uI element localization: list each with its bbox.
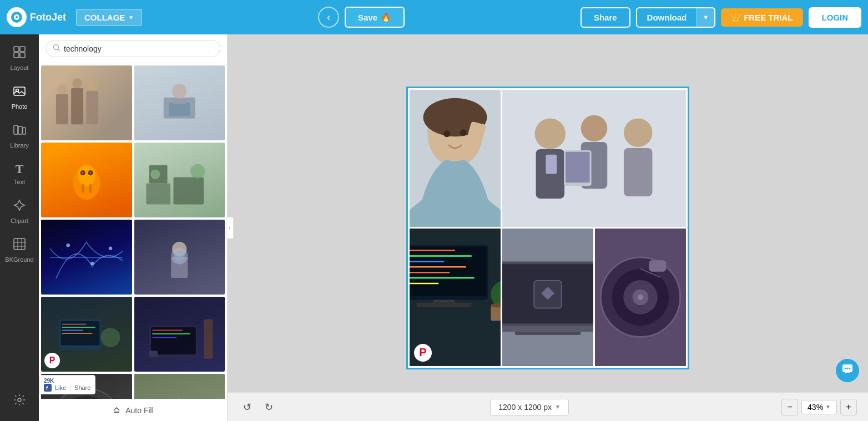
sidebar-item-layout[interactable]: Layout bbox=[0, 40, 39, 77]
svg-point-130 bbox=[845, 367, 846, 369]
photo-thumb-8[interactable] bbox=[134, 297, 225, 372]
photo-thumb-7[interactable]: P bbox=[41, 297, 132, 372]
save-button[interactable]: Save 🔥 bbox=[345, 7, 405, 28]
svg-rect-80 bbox=[44, 384, 52, 392]
header-center: ‹ Save 🔥 bbox=[148, 7, 575, 28]
svg-point-2 bbox=[16, 16, 18, 18]
autofill-bar[interactable]: Auto Fill bbox=[39, 399, 227, 421]
fotojet-logo-icon[interactable] bbox=[7, 7, 27, 27]
layout-icon bbox=[13, 45, 26, 62]
mode-label: COLLAGE bbox=[84, 13, 125, 22]
sidebar-item-bkground[interactable]: BKGround bbox=[0, 232, 39, 268]
photo-thumb-10[interactable] bbox=[134, 374, 225, 399]
collage-pinterest-overlay: P bbox=[414, 344, 432, 362]
svg-point-57 bbox=[101, 328, 120, 347]
svg-line-19 bbox=[58, 49, 60, 52]
sidebar-item-text[interactable]: T Text bbox=[0, 156, 39, 191]
pinterest-overlay-7: P bbox=[44, 353, 60, 368]
bkground-label: BKGround bbox=[5, 256, 33, 263]
zoom-minus-icon: − bbox=[787, 402, 792, 412]
zoom-plus-icon: + bbox=[846, 402, 851, 412]
photo-thumb-3[interactable] bbox=[41, 143, 132, 217]
collage-cell-bot-right[interactable] bbox=[595, 229, 686, 366]
photo-thumb-1[interactable] bbox=[41, 65, 132, 140]
free-trial-label: FREE TRIAL bbox=[744, 13, 793, 22]
svg-point-86 bbox=[443, 130, 450, 137]
collage-cell-bot-mid[interactable] bbox=[502, 229, 593, 366]
collage-cell-top-right[interactable] bbox=[502, 90, 686, 227]
svg-point-131 bbox=[847, 367, 849, 369]
svg-point-18 bbox=[54, 45, 59, 50]
zoom-out-button[interactable]: − bbox=[781, 399, 798, 415]
share-label: Share bbox=[594, 13, 617, 22]
svg-rect-98 bbox=[546, 154, 557, 174]
zoom-arrow-icon: ▼ bbox=[825, 404, 831, 410]
svg-point-17 bbox=[18, 398, 21, 402]
svg-rect-4 bbox=[20, 47, 25, 52]
back-button[interactable]: ‹ bbox=[318, 7, 339, 28]
svg-rect-5 bbox=[14, 53, 19, 58]
zoom-display[interactable]: 43% ▼ bbox=[801, 400, 837, 414]
svg-rect-7 bbox=[14, 87, 25, 95]
main-area: Layout Photo Library T bbox=[0, 34, 868, 421]
clipart-label: Clipart bbox=[11, 217, 28, 224]
svg-point-28 bbox=[172, 84, 186, 98]
sidebar-item-settings[interactable] bbox=[0, 388, 39, 415]
photo-thumb-4[interactable] bbox=[134, 143, 225, 217]
logo-text: FotoJet bbox=[30, 12, 66, 23]
size-arrow-icon: ▼ bbox=[555, 404, 561, 410]
bottom-toolbar: ↺ ↻ 1200 x 1200 px ▼ − 43% ▼ + bbox=[228, 392, 868, 421]
login-button[interactable]: LOGIN bbox=[809, 7, 862, 28]
download-dropdown-button[interactable]: ▼ bbox=[697, 8, 714, 27]
zoom-value: 43% bbox=[808, 403, 823, 412]
header-right: Share Download ▼ 👑 FREE TRIAL LOGIN bbox=[581, 7, 861, 28]
photo-thumb-6[interactable] bbox=[134, 220, 225, 295]
svg-rect-59 bbox=[151, 327, 196, 354]
zoom-in-button[interactable]: + bbox=[840, 399, 857, 415]
svg-point-94 bbox=[624, 118, 652, 146]
svg-rect-119 bbox=[502, 326, 593, 332]
sidebar-item-clipart[interactable]: Clipart bbox=[0, 193, 39, 230]
share-button[interactable]: Share bbox=[581, 7, 630, 28]
download-main-button[interactable]: Download bbox=[637, 8, 697, 27]
svg-rect-40 bbox=[173, 177, 203, 204]
photo-thumb-5[interactable] bbox=[41, 220, 132, 295]
svg-point-132 bbox=[849, 367, 851, 369]
svg-rect-38 bbox=[146, 183, 170, 204]
svg-point-23 bbox=[57, 84, 67, 94]
undo-button[interactable]: ↺ bbox=[239, 399, 256, 415]
collage-cell-bot-left[interactable]: P bbox=[410, 229, 501, 366]
svg-rect-95 bbox=[624, 148, 652, 196]
svg-point-42 bbox=[190, 164, 205, 178]
canvas-size-selector[interactable]: 1200 x 1200 px ▼ bbox=[490, 399, 569, 415]
download-arrow-icon: ▼ bbox=[703, 14, 709, 21]
svg-rect-97 bbox=[566, 151, 590, 182]
search-input-wrap[interactable] bbox=[46, 40, 220, 57]
svg-rect-11 bbox=[23, 128, 26, 134]
sidebar-item-library[interactable]: Library bbox=[0, 118, 39, 154]
photo-thumb-2[interactable] bbox=[134, 65, 225, 140]
redo-button[interactable]: ↻ bbox=[260, 399, 277, 415]
free-trial-button[interactable]: 👑 FREE TRIAL bbox=[721, 8, 803, 27]
svg-rect-37 bbox=[89, 184, 91, 193]
sidebar-icons: Layout Photo Library T bbox=[0, 34, 39, 421]
facebook-widget[interactable]: 29K f Like | Share bbox=[39, 375, 95, 394]
panel-collapse-handle[interactable]: ‹ bbox=[226, 217, 234, 239]
svg-rect-113 bbox=[491, 306, 501, 321]
svg-rect-27 bbox=[169, 103, 190, 116]
svg-rect-10 bbox=[18, 126, 22, 134]
sidebar-item-photo[interactable]: Photo bbox=[0, 79, 39, 115]
chat-bubble[interactable] bbox=[836, 359, 859, 382]
save-label: Save bbox=[358, 13, 377, 22]
settings-icon bbox=[13, 393, 26, 410]
undo-redo-group: ↺ ↻ bbox=[239, 399, 277, 415]
svg-rect-3 bbox=[14, 47, 19, 52]
svg-rect-36 bbox=[82, 184, 84, 193]
login-label: LOGIN bbox=[822, 13, 849, 22]
collage-cell-top-left[interactable] bbox=[410, 90, 501, 227]
svg-point-41 bbox=[150, 169, 160, 179]
svg-point-45 bbox=[90, 261, 94, 265]
text-label: Text bbox=[14, 179, 25, 185]
mode-selector[interactable]: COLLAGE ▼ bbox=[76, 9, 142, 26]
search-input[interactable] bbox=[64, 44, 213, 53]
